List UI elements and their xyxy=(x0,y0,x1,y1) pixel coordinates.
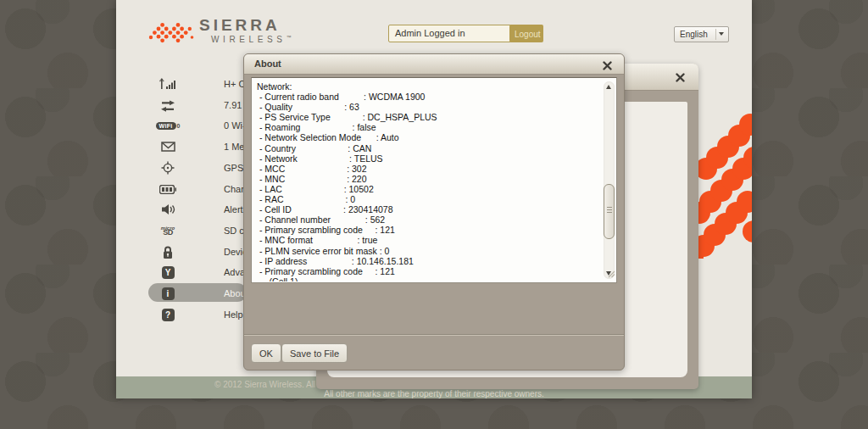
login-status-field: Admin Logged in xyxy=(388,25,511,42)
orange-dots-decoration xyxy=(693,96,752,259)
app-page: SIERRA WIRELESS™ Admin Logged in Logout … xyxy=(116,0,752,398)
scrollbar-thumb[interactable] xyxy=(604,184,615,239)
logout-button[interactable]: Logout xyxy=(509,25,543,42)
about-dialog: About Network: - Current radio band : WC… xyxy=(243,53,625,370)
sierra-wireless-logo: SIERRA WIRELESS™ xyxy=(148,17,295,47)
dialog-title: About xyxy=(244,54,624,74)
data-arrows-icon xyxy=(152,99,184,112)
sidebar-item-gps[interactable]: GPS xyxy=(152,159,184,177)
microsd-icon: microSD xyxy=(152,226,184,236)
thumb-grip xyxy=(607,207,612,214)
wifi-icon: WiFi0 xyxy=(152,122,184,130)
background-dialog-close-button[interactable] xyxy=(676,70,687,82)
battery-icon xyxy=(152,185,184,194)
about-content-textarea[interactable]: Network: - Current radio band : WCDMA 19… xyxy=(251,77,617,283)
about-dialog-close-button[interactable] xyxy=(603,58,615,70)
logo-text-wireless: WIRELESS™ xyxy=(211,33,295,44)
logo-dots-icon xyxy=(148,17,194,47)
info-icon: i xyxy=(152,287,184,300)
logo-text-sierra: SIERRA xyxy=(199,17,295,33)
question-icon: ? xyxy=(152,309,184,321)
sidebar-item-about[interactable]: i About Your Mo xyxy=(152,284,184,303)
resize-grip-icon[interactable] xyxy=(608,266,615,281)
sidebar-item-advanced-settings[interactable]: Y Advanced Sett xyxy=(152,263,184,281)
sidebar-item-alert-sounds[interactable]: Alert Sounds o xyxy=(152,200,184,219)
sidebar-item-device-security[interactable]: Device Securit xyxy=(152,242,184,261)
select-divider xyxy=(715,29,716,40)
sidebar-item-connection[interactable]: H+ Connected xyxy=(152,75,184,93)
signal-icon xyxy=(152,77,184,91)
about-dialog-titlebar: About xyxy=(244,54,624,75)
envelope-icon xyxy=(152,142,184,152)
lock-icon xyxy=(152,245,184,259)
sidebar-item-help[interactable]: ? Help xyxy=(152,305,184,324)
language-select[interactable]: English xyxy=(674,26,729,42)
close-icon xyxy=(676,73,685,82)
speaker-icon xyxy=(152,203,184,215)
sidebar-item-sd-card[interactable]: microSD SD card not in xyxy=(152,221,184,240)
sidebar-item-messages[interactable]: 1 Messages / xyxy=(152,137,184,156)
save-to-file-button[interactable]: Save to File xyxy=(281,343,348,363)
network-info-text: Network: - Current radio band : WCDMA 19… xyxy=(252,78,605,281)
wrench-icon: Y xyxy=(152,266,184,279)
copyright-text: © 2012 Sierra Wireless. All xyxy=(214,380,315,389)
language-selected-value: English xyxy=(680,30,708,39)
footer-separator xyxy=(244,334,624,335)
wifi-count-badge: 0 xyxy=(177,123,181,129)
trademark-symbol: ™ xyxy=(286,35,295,40)
chevron-down-icon xyxy=(719,32,724,36)
close-icon xyxy=(603,61,612,70)
gps-icon xyxy=(152,161,184,175)
scroll-up-icon[interactable] xyxy=(606,85,611,89)
sidebar-item-battery[interactable]: Charging; 88% xyxy=(152,180,184,198)
vertical-scrollbar[interactable] xyxy=(604,81,615,279)
sidebar-item-data-usage[interactable]: 7.91 GB Data xyxy=(152,96,184,114)
sidebar-item-wifi-users[interactable]: WiFi0 0 Wi-Fi users xyxy=(152,116,184,135)
trademark-text: All other marks are the property of thei… xyxy=(116,389,752,398)
ok-button[interactable]: OK xyxy=(251,343,281,363)
